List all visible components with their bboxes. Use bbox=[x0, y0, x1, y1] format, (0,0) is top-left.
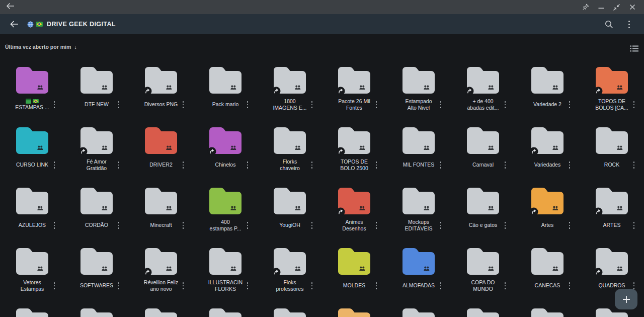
folder-menu-button[interactable] bbox=[308, 159, 316, 171]
folder-tile[interactable]: SOFTWARES bbox=[64, 242, 129, 302]
folder-menu-button[interactable] bbox=[437, 159, 445, 171]
folder-menu-button[interactable] bbox=[501, 280, 509, 292]
folder-tile[interactable] bbox=[386, 302, 451, 317]
folder-menu-button[interactable] bbox=[501, 219, 509, 231]
folder-menu-button[interactable] bbox=[50, 280, 58, 292]
folder-menu-button[interactable] bbox=[372, 280, 380, 292]
folder-tile[interactable]: CORDÃO bbox=[64, 181, 129, 242]
folder-tile[interactable] bbox=[129, 302, 193, 317]
titlebar-back-button[interactable] bbox=[6, 3, 15, 12]
folder-menu-button[interactable] bbox=[179, 159, 187, 171]
folder-menu-button[interactable] bbox=[437, 99, 445, 111]
overflow-menu-button[interactable] bbox=[621, 16, 637, 32]
folder-menu-button[interactable] bbox=[566, 219, 574, 231]
folder-tile[interactable]: Variedade 2 bbox=[515, 60, 580, 121]
folder-tile[interactable]: ILLUSTRACIN FLORKS bbox=[193, 242, 258, 302]
folder-menu-button[interactable] bbox=[244, 99, 252, 111]
folder-tile[interactable]: 400 estampas P... bbox=[193, 181, 258, 242]
folder-tile[interactable]: COPA DO MUNDO bbox=[451, 242, 515, 302]
folder-tile[interactable]: Artes bbox=[515, 181, 580, 242]
folder-menu-button[interactable] bbox=[244, 219, 252, 231]
folder-menu-button[interactable] bbox=[566, 280, 574, 292]
folder-tile[interactable] bbox=[0, 302, 64, 317]
folder-menu-button[interactable] bbox=[50, 99, 58, 111]
folder-tile[interactable]: Mockups EDITÁVEIS bbox=[386, 181, 451, 242]
restore-button[interactable] bbox=[609, 0, 624, 14]
folder-menu-button[interactable] bbox=[50, 219, 58, 231]
folder-tile[interactable]: Floks professores bbox=[258, 242, 322, 302]
folder-tile[interactable]: MIL FONTES bbox=[386, 121, 451, 181]
folder-tile[interactable] bbox=[322, 302, 386, 317]
folder-menu-button[interactable] bbox=[308, 99, 316, 111]
folder-tile[interactable]: Animes Desenhos bbox=[322, 181, 386, 242]
folder-menu-button[interactable] bbox=[179, 219, 187, 231]
folder-tile[interactable]: TOPOS DE BOLOS [CA... bbox=[580, 60, 644, 121]
folder-menu-button[interactable] bbox=[115, 280, 123, 292]
folder-tile[interactable] bbox=[451, 302, 515, 317]
folder-tile[interactable]: Cão e gatos bbox=[451, 181, 515, 242]
folder-tile[interactable] bbox=[64, 302, 129, 317]
folder-menu-button[interactable] bbox=[630, 219, 638, 231]
folder-menu-button[interactable] bbox=[372, 159, 380, 171]
folder-tile[interactable] bbox=[193, 302, 258, 317]
folder-name: Réveillon Feliz ano novo bbox=[144, 279, 178, 293]
folder-menu-button[interactable] bbox=[372, 99, 380, 111]
folder-menu-button[interactable] bbox=[437, 219, 445, 231]
folder-tile[interactable]: DTF NEW bbox=[64, 60, 129, 121]
folder-tile[interactable]: 1800 IMAGENS E... bbox=[258, 60, 322, 121]
folder-tile[interactable]: ESTAMPAS ... bbox=[0, 60, 64, 121]
folder-tile[interactable]: Pack mario bbox=[193, 60, 258, 121]
folder-menu-button[interactable] bbox=[437, 280, 445, 292]
folder-menu-button[interactable] bbox=[244, 159, 252, 171]
folder-tile[interactable]: Fé Amor Gratidão bbox=[64, 121, 129, 181]
folder-tile[interactable] bbox=[258, 302, 322, 317]
folder-menu-button[interactable] bbox=[501, 99, 509, 111]
folder-menu-button[interactable] bbox=[115, 99, 123, 111]
folder-tile[interactable]: YougiOH bbox=[258, 181, 322, 242]
folder-tile[interactable]: Estampado Alto Nivel bbox=[386, 60, 451, 121]
sort-button[interactable]: Última vez aberto por mim ↓ bbox=[5, 44, 77, 50]
folder-menu-button[interactable] bbox=[630, 99, 638, 111]
app-back-button[interactable] bbox=[7, 17, 21, 31]
folder-tile[interactable]: ARTES bbox=[580, 181, 644, 242]
folder-tile[interactable]: TOPOS DE BOLO 2500 bbox=[322, 121, 386, 181]
folder-menu-button[interactable] bbox=[179, 280, 187, 292]
folder-icon bbox=[596, 126, 628, 154]
folder-tile[interactable]: Carnaval bbox=[451, 121, 515, 181]
folder-tile[interactable]: ALMOFADAS bbox=[386, 242, 451, 302]
list-view-toggle[interactable] bbox=[628, 43, 640, 53]
folder-tile[interactable]: Réveillon Feliz ano novo bbox=[129, 242, 193, 302]
folder-menu-button[interactable] bbox=[50, 159, 58, 171]
pin-button[interactable] bbox=[578, 0, 593, 14]
folder-tile[interactable]: Variedades bbox=[515, 121, 580, 181]
fab-add-button[interactable] bbox=[615, 289, 637, 309]
folder-menu-button[interactable] bbox=[566, 99, 574, 111]
folder-tile[interactable]: ROCK bbox=[580, 121, 644, 181]
folder-menu-button[interactable] bbox=[501, 159, 509, 171]
folder-tile[interactable]: DRIVER2 bbox=[129, 121, 193, 181]
folder-tile[interactable]: CANECAS bbox=[515, 242, 580, 302]
folder-menu-button[interactable] bbox=[308, 219, 316, 231]
close-button[interactable] bbox=[624, 0, 640, 14]
folder-tile[interactable]: Diversos PNG bbox=[129, 60, 193, 121]
minimize-button[interactable] bbox=[593, 0, 609, 14]
folder-tile[interactable]: AZULEJOS bbox=[0, 181, 64, 242]
folder-tile[interactable] bbox=[515, 302, 580, 317]
folder-menu-button[interactable] bbox=[566, 159, 574, 171]
folder-tile[interactable]: Florks chaveiro bbox=[258, 121, 322, 181]
folder-menu-button[interactable] bbox=[308, 280, 316, 292]
folder-menu-button[interactable] bbox=[372, 219, 380, 231]
folder-tile[interactable]: Vetores Estampas bbox=[0, 242, 64, 302]
folder-menu-button[interactable] bbox=[115, 159, 123, 171]
folder-menu-button[interactable] bbox=[115, 219, 123, 231]
folder-tile[interactable]: Minecraft bbox=[129, 181, 193, 242]
search-button[interactable] bbox=[601, 16, 617, 32]
folder-tile[interactable]: + de 400 abadas edit... bbox=[451, 60, 515, 121]
folder-menu-button[interactable] bbox=[179, 99, 187, 111]
folder-tile[interactable]: Pacote 26 Mil Fontes bbox=[322, 60, 386, 121]
folder-menu-button[interactable] bbox=[630, 159, 638, 171]
folder-menu-button[interactable] bbox=[244, 280, 252, 292]
folder-tile[interactable]: Chinelos bbox=[193, 121, 258, 181]
folder-tile[interactable]: MOLDES bbox=[322, 242, 386, 302]
folder-tile[interactable]: CURSO LINK bbox=[0, 121, 64, 181]
